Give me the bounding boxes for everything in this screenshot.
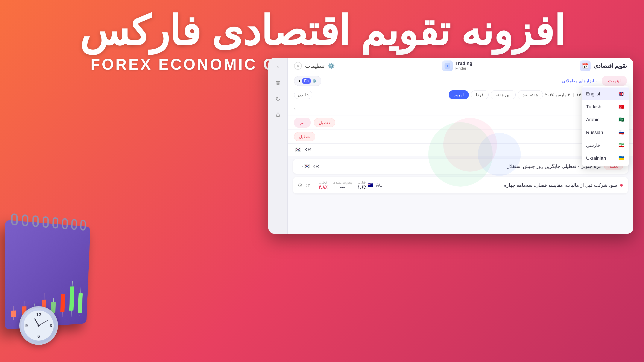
clock: 12 3 6 9 — [19, 306, 58, 345]
calendar-title: تقویم اقتصادی — [594, 63, 627, 69]
sidebar-timezone-icon[interactable] — [273, 78, 283, 87]
previous-value: قبلی: ۱.۶٪ — [358, 180, 366, 190]
toolbar-left: ▾ Fa ⚙️ — [294, 76, 321, 86]
lang-item-english[interactable]: English 🇬🇧 — [582, 87, 629, 100]
holiday-chip-1: تعطیل — [314, 118, 335, 127]
forecast-num: --- — [333, 184, 352, 190]
sidebar-moon-icon[interactable] — [273, 94, 283, 103]
persian-title: افزونه تقویم اقتصادی فارکس — [0, 8, 644, 53]
event-values: قبلی: ۱.۶٪ پیش‌بینی‌شده: --- فعلی: ۴.۸٪ — [318, 180, 367, 190]
au-country: AU 🇦🇺 — [366, 181, 382, 189]
this-week-button[interactable]: این هفته — [491, 90, 516, 99]
event-right-kr: تعطیل کره جنوبی - تعطیلی جایگزین روز جنب… — [303, 163, 623, 170]
kr-label: KR — [312, 164, 319, 169]
lang-item-ukrainian[interactable]: Ukrainian 🇺🇦 — [582, 152, 629, 165]
main-panel: × تنظیمات ⚙️ TF Trading Finder تقویم اقت… — [268, 58, 633, 234]
ukrainian-label: Ukrainian — [586, 155, 606, 161]
logo-finder: Finder — [455, 66, 472, 71]
next-week-button[interactable]: هفته بعد — [518, 90, 543, 99]
importance-dot — [620, 184, 623, 187]
persian-label: فارسی — [586, 143, 600, 148]
chevron-down-icon: ▾ — [298, 79, 300, 83]
event-left-au: ۰:۳۰ قبلی: ۱.۶٪ پیش‌بینی‌شده: --- فعلی: — [298, 180, 366, 190]
event-expand-icon[interactable]: › — [302, 164, 303, 169]
language-dropdown: English 🇬🇧 Turkish 🇹🇷 Arabic 🇸🇦 Russian … — [582, 86, 629, 166]
ring-3 — [32, 215, 39, 227]
kr-flag: 🇰🇷 — [294, 146, 302, 154]
previous-label: قبلی: — [358, 180, 366, 184]
kr-country-code: KR — [304, 147, 311, 152]
gear-small-icon: ⚙️ — [312, 79, 317, 83]
today-button[interactable]: امروز — [449, 90, 469, 99]
trading-tools-link[interactable]: ← ابزارهای معاملاتی — [562, 78, 600, 83]
close-button[interactable]: × — [294, 62, 302, 70]
au-flag: 🇦🇺 — [366, 181, 374, 189]
logo-icon: TF — [442, 60, 453, 71]
lang-item-turkish[interactable]: Turkish 🇹🇷 — [582, 100, 629, 113]
topbar-left: × تنظیمات ⚙️ — [294, 62, 335, 70]
event-right-au: سود شرکت قبل از مالیات، مقایسه فصلی، سه‌… — [366, 181, 617, 189]
forecast-value: پیش‌بینی‌شده: --- — [333, 180, 352, 190]
done-button[interactable]: تم — [294, 118, 310, 128]
settings-chip[interactable]: ▾ Fa ⚙️ — [294, 76, 321, 86]
table-row: › تعطیل کره جنوبی - تعطیلی جایگزین روز ج… — [293, 159, 628, 174]
ring-1 — [11, 213, 18, 226]
forecast-label: پیش‌بینی‌شده: — [333, 180, 352, 184]
turkish-label: Turkish — [586, 104, 601, 110]
svg-text:TF: TF — [445, 64, 449, 68]
logo-trading: Trading — [455, 61, 472, 66]
timezone-chip[interactable]: ‹ لندن — [294, 91, 312, 99]
importance-button[interactable]: اهمیت — [602, 76, 627, 86]
toolbar-right: اهمیت ← ابزارهای معاملاتی — [562, 76, 627, 86]
topbar: × تنظیمات ⚙️ TF Trading Finder تقویم اقت… — [288, 58, 633, 74]
chevron-left-countries: ‹ — [294, 106, 296, 111]
lang-item-russian[interactable]: Russian 🇷🇺 — [582, 126, 629, 139]
previous-num: ۱.۶٪ — [358, 184, 366, 190]
table-row: ۰:۳۰ قبلی: ۱.۶٪ پیش‌بینی‌شده: --- فعلی: — [293, 177, 628, 193]
countries-row: ‹ کشورها — [288, 102, 633, 116]
ukrainian-flag: 🇺🇦 — [618, 155, 625, 162]
logo-text-area: Trading Finder — [455, 61, 472, 71]
ring-8 — [80, 220, 86, 231]
topbar-right: تقویم اقتصادی 📅 — [580, 60, 627, 71]
date-gregorian: ۳ مارس ۲۰۲۵ — [545, 92, 570, 97]
timezone-label: لندن — [298, 92, 306, 97]
clock-face: 12 3 6 9 — [24, 311, 54, 341]
turkish-flag: 🇹🇷 — [618, 103, 625, 110]
ring-4 — [42, 216, 49, 228]
date-nav-left: ‹ لندن — [294, 91, 312, 99]
holiday-row-2: تعطیل — [288, 130, 633, 144]
content-area: × تنظیمات ⚙️ TF Trading Finder تقویم اقت… — [288, 58, 633, 234]
sidebar-chevron-left[interactable] — [273, 62, 283, 72]
kr-flag-2: 🇰🇷 — [303, 163, 310, 170]
toolbar-row: ▾ Fa ⚙️ اهمیت ← ابزارهای معاملاتی — [288, 74, 633, 88]
tomorrow-button[interactable]: فردا — [471, 90, 488, 99]
kr-event-title: کره جنوبی - تعطیلی جایگزین روز جنبش استق… — [322, 164, 601, 169]
lang-item-persian[interactable]: فارسی 🇮🇷 — [582, 139, 629, 152]
ring-7 — [71, 219, 77, 230]
persian-flag: 🇮🇷 — [618, 142, 625, 149]
gear-icon[interactable]: ⚙️ — [328, 63, 335, 69]
kr-event-row: KR 🇰🇷 — [288, 144, 633, 156]
au-event-title: سود شرکت قبل از مالیات، مقایسه فصلی، سه‌… — [386, 183, 617, 188]
arabic-flag: 🇸🇦 — [618, 116, 625, 123]
filter-row-1: تم تعطیل به ما امتیاز دهید — [288, 116, 633, 130]
ring-6 — [62, 218, 68, 230]
logo-area: TF Trading Finder — [442, 60, 472, 71]
time-chip: ۰:۳۰ — [298, 183, 312, 188]
sidebar-share-icon[interactable] — [273, 110, 283, 119]
ring-2 — [22, 214, 28, 226]
settings-label: تنظیمات — [305, 63, 324, 69]
arabic-label: Arabic — [586, 117, 599, 122]
calendar-icon: 📅 — [580, 60, 590, 71]
sidebar — [268, 58, 288, 234]
russian-label: Russian — [586, 130, 603, 135]
date-nav-row: ‹ لندن امروز فردا این هفته هفته بعد 📅 دو… — [288, 88, 633, 102]
lang-item-arabic[interactable]: Arabic 🇸🇦 — [582, 113, 629, 126]
russian-flag: 🇷🇺 — [618, 129, 625, 136]
ring-5 — [52, 217, 58, 229]
calendar-decoration: 12 3 6 9 — [6, 225, 110, 336]
holiday-chip-2: تعطیل — [294, 132, 315, 141]
chevron-left-icon: ‹ — [307, 92, 309, 97]
kr-country: KR 🇰🇷 — [303, 163, 319, 170]
